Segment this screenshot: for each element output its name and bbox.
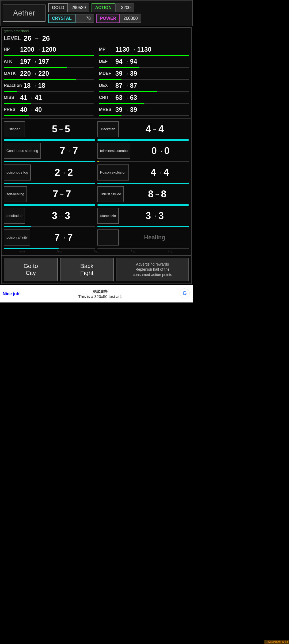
ad-nice-text: Nice job! [3,292,21,296]
stat-reaction: Reaction 18 → 18 [4,82,94,92]
stat-from: 197 [20,58,31,65]
skill-from: 3 [146,210,151,221]
skill-bar-container [97,204,189,206]
skill-arrow: → [58,126,64,132]
skill-to: 5 [65,124,70,135]
skill-from: 7 [53,189,58,200]
skill-arrow: → [61,170,66,176]
crystal-value: 78 [75,14,94,23]
level-row: LEVEL 26 → 26 [4,34,189,43]
stat-to: 1200 [42,46,56,53]
skill-box: Thrust Skilled [97,186,124,202]
stat-to: 220 [38,70,49,77]
skill-bar-container [4,183,95,184]
skill-from: 0 [151,145,157,156]
stat-arrow: → [124,95,129,101]
skill-bar [4,204,95,206]
skill-arrow: → [61,235,66,241]
stat-to: 39 [130,70,137,77]
skill-self-healing: self-healing 7 → 7 [4,186,95,206]
auto-label-2: Auto [41,250,78,253]
back-fight-button[interactable]: BackFight [60,258,114,281]
stat-from: 63 [115,94,123,101]
skill-from: 4 [146,124,151,135]
stat-bar-container [4,91,94,92]
skill-poison-affinity: poison affinity 7 → 7 [4,229,95,249]
skill-arrow: → [152,213,157,219]
skill-bar [4,226,31,227]
skill-bar-container [97,183,189,184]
stat-label: MDEF [99,71,114,76]
skill-bar [4,183,95,184]
auto-label-5: Auto [152,250,189,253]
stat-arrow: → [124,107,129,113]
skill-bar-container [4,139,95,141]
advertising-rewards-button[interactable]: Advertising rewardsReplenish half of the… [116,258,189,281]
skill-arrow: → [152,126,157,132]
skill-from: 5 [52,124,57,135]
skill-stinger: stinger 5 → 5 [4,121,95,141]
stat-from: 1130 [115,46,130,53]
stat-hp: HP 1200 → 1200 [4,46,94,56]
stat-pres: PRES 40 → 40 [4,106,94,116]
ad-description: This is a 320x50 test ad. [24,294,177,299]
stat-from: 220 [20,70,31,77]
skill-bar-container [4,204,95,206]
header-top: Aether GOLD 290529 ACTION 3200 CRYSTAL 7… [3,3,190,23]
stat-from: 39 [115,106,123,113]
stat-to: 87 [130,82,137,89]
level-from: 26 [24,34,31,43]
skill-from: 2 [55,167,60,178]
character-name: Aether [13,9,35,17]
stat-arrow: → [32,83,37,89]
stat-bar [99,67,139,68]
stat-from: 40 [20,106,27,113]
stat-arrow: → [28,107,34,113]
ad-banner[interactable]: Nice job! 測試廣告 This is a 320x50 test ad.… [0,285,193,302]
gold-value: 290529 [68,3,89,12]
stat-label: DEX [99,83,114,88]
stat-arrow: → [124,59,129,65]
stat-to: 94 [130,58,137,65]
skill-bar [97,226,189,227]
stat-bar [99,115,121,116]
go-to-city-button[interactable]: Go toCity [4,258,58,281]
stat-arrow: → [32,59,37,65]
stat-label: MATK [4,71,18,76]
stat-bar-container [4,103,94,104]
stat-miss: MISS 41 → 41 [4,94,94,104]
stat-bar [99,91,157,92]
stat-label: DEF [99,59,114,64]
skill-box: poison affinity [4,229,30,246]
stat-bar [99,103,144,104]
stat-bar [99,79,121,80]
skill-Backstab: Backstab 4 → 4 [97,121,189,141]
stat-bar-container [99,79,189,80]
stat-label: MISS [4,95,18,100]
skills-section: stinger 5 → 5 Backstab 4 → 4 [2,118,191,255]
stat-def: DEF 94 → 94 [99,58,189,68]
skill-placeholder: Healing [97,229,189,249]
main-panel: green grassland LEVEL 26 → 26 HP 1200 → … [1,27,192,284]
stat-arrow: → [28,95,34,101]
auto-label-4: Auto [115,250,152,253]
skill-Poison-explosion: Poison explosion 4 → 4 [97,164,189,184]
skill-arrow: → [66,148,71,154]
ad-content: 測試廣告 This is a 320x50 test ad. [24,289,177,299]
stat-to: 63 [130,94,137,101]
power-label: POWER [96,14,120,23]
skill-poisonous-fog: poisonous fog 2 → 2 [4,164,95,184]
skill-stone-skin: stone skin 3 → 3 [97,208,189,227]
skill-bar [4,161,95,162]
stat-bar-container [4,55,94,56]
stat-to: 39 [130,106,137,113]
stat-bar-container [99,55,189,56]
stat-label: HP [4,47,18,52]
stat-bar-container [4,115,94,116]
skill-to: 4 [163,167,169,178]
skill-bar-container [4,226,95,227]
gold-resource: GOLD 290529 [48,3,89,12]
stat-arrow: → [35,47,41,53]
stat-mres: MRES 39 → 39 [99,106,189,116]
skill-telekinesis-combo: telekinesis combo 0 → 0 [97,143,189,162]
